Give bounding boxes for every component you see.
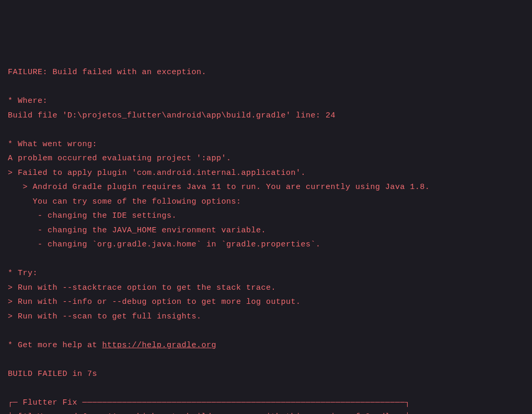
blank-line	[8, 381, 524, 396]
try-line: > Run with --stacktrace option to get th…	[8, 281, 524, 295]
blank-line	[8, 80, 524, 94]
failure-header: FAILURE: Build failed with an exception.	[8, 65, 524, 80]
error-line: A problem occurred evaluating project ':…	[8, 151, 524, 166]
error-line: > Failed to apply plugin 'com.android.in…	[8, 166, 524, 181]
blank-line	[8, 352, 524, 367]
error-line: You can try some of the following option…	[8, 195, 524, 209]
blank-line	[8, 123, 524, 137]
blank-line	[8, 252, 524, 267]
error-line: - changing `org.gradle.java.home` in `gr…	[8, 238, 524, 252]
try-line: > Run with --info or --debug option to g…	[8, 295, 524, 310]
where-header: * Where:	[8, 94, 524, 109]
flutter-fix-line: │ [!] You need Java 11 or higher to buil…	[8, 410, 524, 414]
error-line: > Android Gradle plugin requires Java 11…	[8, 180, 524, 195]
gradle-help-link[interactable]: https://help.gradle.org	[102, 341, 217, 350]
blank-line	[8, 324, 524, 338]
where-detail: Build file 'D:\projetos_flutter\android\…	[8, 109, 524, 123]
help-prefix: * Get more help at	[8, 341, 102, 350]
error-line: - changing the JAVA_HOME environment var…	[8, 223, 524, 238]
build-failed-line: BUILD FAILED in 7s	[8, 367, 524, 382]
terminal-output: FAILURE: Build failed with an exception.…	[8, 65, 524, 414]
error-line: - changing the IDE settings.	[8, 209, 524, 223]
flutter-fix-border-top: ┌─ Flutter Fix ─────────────────────────…	[8, 396, 524, 410]
wrong-header: * What went wrong:	[8, 137, 524, 152]
help-line: * Get more help at https://help.gradle.o…	[8, 338, 524, 353]
try-header: * Try:	[8, 266, 524, 281]
try-line: > Run with --scan to get full insights.	[8, 310, 524, 324]
